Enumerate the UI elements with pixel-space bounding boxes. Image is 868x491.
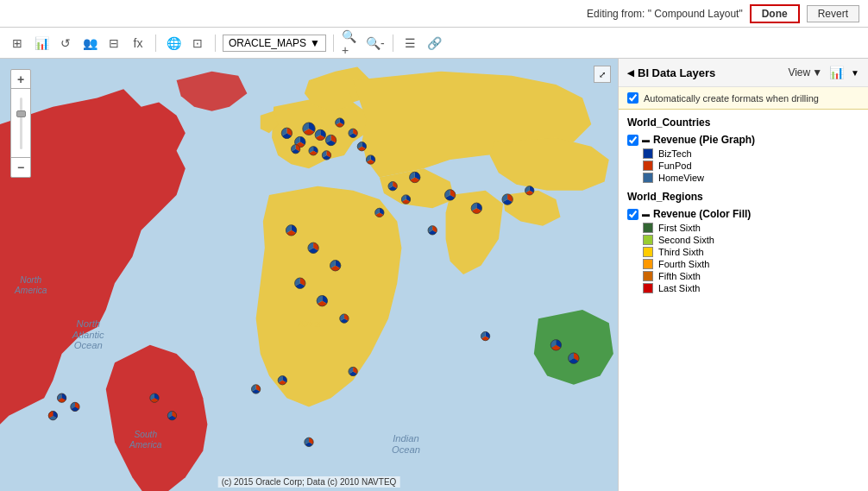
- color-swatch: [643, 173, 653, 183]
- zoom-slider[interactable]: [11, 89, 30, 158]
- layer-main[interactable]: ▬ Revenue (Pie Graph): [619, 132, 868, 148]
- layer-checkbox[interactable]: [627, 135, 638, 146]
- view-dropdown-arrow: ▼: [812, 66, 822, 79]
- legend-item: BizTech: [619, 148, 868, 160]
- svg-text:America: America: [129, 440, 162, 450]
- svg-text:South: South: [134, 430, 157, 439]
- zoom-in-icon[interactable]: 🔍+: [341, 33, 362, 54]
- zoom-out-icon[interactable]: 🔍-: [365, 33, 386, 54]
- svg-text:America: America: [14, 286, 47, 295]
- layer-main[interactable]: ▬ Revenue (Color Fill): [619, 206, 868, 222]
- table-icon[interactable]: ⊞: [7, 33, 28, 54]
- legend-label: HomeView: [658, 173, 704, 183]
- right-panel: ◀ ◀ BI Data Layers View ▼ 📊 ▼ Automatica…: [618, 59, 868, 491]
- legend-label: Third Sixth: [658, 247, 704, 257]
- revert-button[interactable]: Revert: [807, 5, 859, 22]
- filter-icon[interactable]: ⊟: [104, 33, 124, 54]
- view-dropdown[interactable]: View ▼: [788, 66, 822, 79]
- users-icon[interactable]: 👥: [79, 33, 100, 54]
- panel-header-right: View ▼ 📊 ▼: [788, 66, 859, 79]
- svg-text:North: North: [77, 318, 101, 329]
- layer-expand-icon: ▬: [642, 210, 650, 218]
- main-content: North Atlantic Ocean North America South…: [0, 59, 868, 491]
- legend-label: Last Sixth: [658, 283, 700, 293]
- layers-icon[interactable]: ⊡: [187, 33, 208, 54]
- auto-format-row: Automatically create formats when drilli…: [619, 87, 868, 110]
- color-swatch: [643, 223, 653, 233]
- layer-expand-icon: ▬: [642, 135, 650, 144]
- map-area[interactable]: North Atlantic Ocean North America South…: [0, 59, 618, 491]
- panel-header: ◀ BI Data Layers View ▼ 📊 ▼: [619, 59, 868, 87]
- legend-label: First Sixth: [658, 223, 701, 233]
- legend-label: BizTech: [658, 148, 692, 159]
- separator-3: [333, 35, 334, 52]
- svg-text:North: North: [20, 275, 41, 285]
- legend-label: Fourth Sixth: [658, 259, 709, 269]
- globe-icon[interactable]: 🌐: [163, 33, 184, 54]
- chart-icon[interactable]: 📊: [31, 33, 52, 54]
- editing-text: Editing from: " Compound Layout": [587, 8, 743, 20]
- zoom-out-button[interactable]: −: [11, 158, 30, 177]
- panel-collapse-icon: ◀: [627, 68, 634, 78]
- link-icon[interactable]: 🔗: [425, 33, 445, 54]
- legend-item: Second Sixth: [619, 234, 868, 246]
- legend-item: Fifth Sixth: [619, 270, 868, 282]
- toolbar: ⊞ 📊 ↺ 👥 ⊟ fx 🌐 ⊡ ORACLE_MAPS ▼ 🔍+ 🔍- ☰ 🔗: [0, 28, 868, 59]
- color-swatch: [643, 148, 653, 159]
- legend-item: HomeView: [619, 172, 868, 184]
- list-icon[interactable]: ☰: [400, 33, 421, 54]
- editing-bar: Editing from: " Compound Layout" Done Re…: [0, 0, 868, 28]
- panel-header-left: ◀ BI Data Layers: [627, 66, 715, 79]
- map-overlay-button[interactable]: ⤢: [594, 66, 611, 83]
- legend-item: Fourth Sixth: [619, 258, 868, 270]
- section-title: World_Countries: [619, 110, 868, 132]
- legend-label: FunPod: [658, 161, 692, 171]
- panel-title: BI Data Layers: [638, 66, 715, 79]
- auto-format-label: Automatically create formats when drilli…: [644, 93, 819, 104]
- panel-collapse-handle[interactable]: ◀: [618, 258, 619, 293]
- svg-text:Africa: Africa: [297, 319, 320, 329]
- chart-icon[interactable]: 📊: [829, 66, 844, 79]
- dropdown-arrow-icon: ▼: [310, 37, 320, 49]
- panel-sections: World_Countries ▬ Revenue (Pie Graph) Bi…: [619, 110, 868, 294]
- legend-label: Fifth Sixth: [658, 271, 701, 281]
- color-swatch: [643, 247, 653, 257]
- separator-2: [215, 35, 216, 52]
- view-label: View: [788, 66, 810, 79]
- done-button[interactable]: Done: [750, 4, 800, 23]
- map-zoom-control: + −: [10, 69, 31, 178]
- legend-item: First Sixth: [619, 222, 868, 234]
- layer-label: Revenue (Color Fill): [653, 208, 751, 220]
- svg-text:Atlantic: Atlantic: [72, 330, 104, 340]
- color-swatch: [643, 271, 653, 281]
- refresh-icon[interactable]: ↺: [55, 33, 76, 54]
- svg-text:Ocean: Ocean: [392, 444, 420, 455]
- legend-item: FunPod: [619, 160, 868, 172]
- auto-format-checkbox[interactable]: [627, 92, 638, 104]
- color-swatch: [643, 161, 653, 171]
- color-swatch: [643, 283, 653, 293]
- formula-icon[interactable]: fx: [128, 33, 148, 54]
- svg-text:Indian: Indian: [393, 433, 419, 444]
- color-swatch: [643, 259, 653, 269]
- map-type-label: ORACLE_MAPS: [229, 37, 306, 49]
- dropdown-arrow-2[interactable]: ▼: [851, 68, 859, 78]
- separator-4: [393, 35, 393, 52]
- svg-text:Ocean: Ocean: [74, 340, 103, 350]
- zoom-in-button[interactable]: +: [11, 70, 30, 89]
- map-type-dropdown[interactable]: ORACLE_MAPS ▼: [223, 35, 326, 52]
- legend-item: Third Sixth: [619, 246, 868, 258]
- map-svg: North Atlantic Ocean North America South…: [0, 59, 618, 491]
- layer-checkbox[interactable]: [627, 209, 638, 220]
- section-title: World_Regions: [619, 184, 868, 206]
- legend-item: Last Sixth: [619, 282, 868, 294]
- legend-label: Second Sixth: [658, 235, 714, 245]
- color-swatch: [643, 235, 653, 245]
- layer-label: Revenue (Pie Graph): [653, 134, 755, 146]
- map-copyright: (c) 2015 Oracle Corp; Data (c) 2010 NAVT…: [218, 476, 400, 488]
- separator-1: [155, 35, 156, 52]
